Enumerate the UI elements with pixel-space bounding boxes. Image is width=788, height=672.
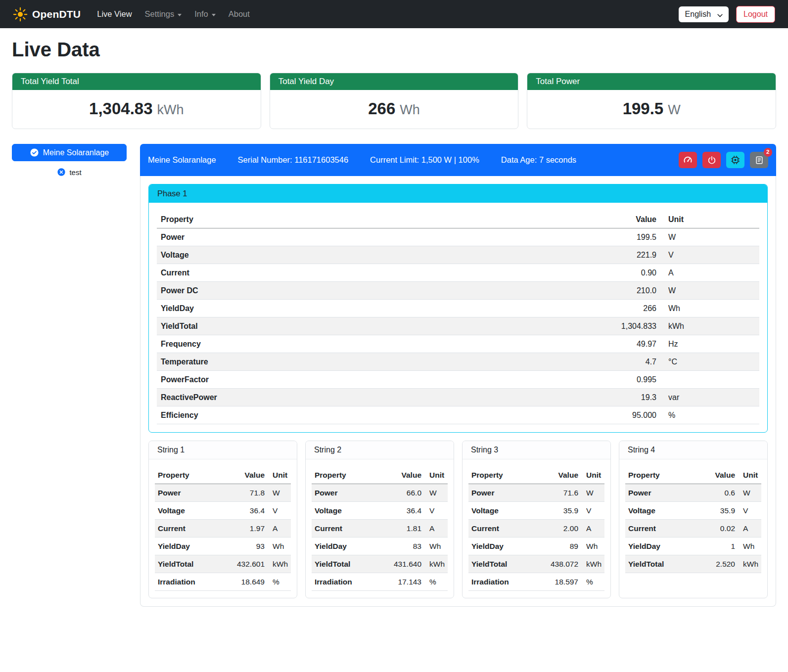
table-row: ReactivePower 19.3 var: [157, 389, 759, 406]
property-unit: kWh: [660, 317, 759, 335]
property-name: Power: [157, 228, 596, 246]
table-row: Power 0.6 W: [625, 484, 761, 502]
property-unit: V: [424, 502, 448, 520]
property-value: 1.97: [232, 520, 268, 538]
property-name: Voltage: [155, 502, 232, 520]
device-info-button[interactable]: [726, 152, 744, 168]
property-unit: W: [738, 484, 761, 502]
property-unit: [660, 371, 759, 389]
inverter-serial: Serial Number: 116171603546: [238, 155, 349, 165]
language-select[interactable]: English: [679, 6, 729, 22]
logout-button[interactable]: Logout: [736, 6, 775, 23]
check-circle-icon: [30, 148, 39, 157]
table-row: Current 0.90 A: [157, 264, 759, 282]
app-logo[interactable]: OpenDTU: [13, 7, 81, 22]
sidebar-item-label: Meine Solaranlage: [43, 148, 109, 157]
table-row: YieldTotal 438.072 kWh: [468, 555, 604, 573]
sidebar-item-meine-solaranlage[interactable]: Meine Solaranlage: [12, 144, 127, 161]
total-power-card: Total Power 199.5 W: [527, 73, 776, 129]
string-title: String 3: [463, 441, 610, 459]
sidebar-item-test[interactable]: test: [12, 168, 127, 177]
limit-settings-button[interactable]: [679, 152, 697, 168]
sidebar-item-label: test: [69, 168, 81, 177]
property-unit: W: [660, 282, 759, 300]
header-value: Value: [546, 466, 581, 484]
property-value: 83: [389, 538, 424, 555]
event-log-button[interactable]: 2: [750, 152, 768, 168]
phase-card: Phase 1 Property Value Unit: [148, 184, 768, 433]
inverter-data-age: Data Age: 7 seconds: [501, 155, 576, 165]
table-row: YieldDay 83 Wh: [312, 538, 448, 555]
property-name: PowerFactor: [157, 371, 596, 389]
journal-icon: [755, 156, 764, 165]
property-unit: kWh: [738, 555, 761, 573]
property-name: Current: [155, 520, 232, 538]
property-value: 0.90: [596, 264, 660, 282]
nav-live-view[interactable]: Live View: [91, 5, 138, 23]
property-unit: Wh: [268, 538, 291, 555]
property-name: Irradiation: [312, 573, 389, 591]
property-value: 93: [232, 538, 268, 555]
nav-about[interactable]: About: [222, 5, 256, 23]
property-name: YieldDay: [625, 538, 702, 555]
property-value: 49.97: [596, 335, 660, 353]
card-body: 1,304.83 kWh: [12, 90, 261, 129]
property-value: 71.8: [232, 484, 268, 502]
property-value: 2.00: [546, 520, 581, 538]
nav-info[interactable]: Info: [188, 5, 222, 23]
inverter-name: Meine Solaranlage: [148, 155, 216, 165]
property-name: YieldDay: [468, 538, 546, 555]
property-value: 199.5: [596, 228, 660, 246]
string-3-card: String 3 Property Value Unit: [462, 441, 611, 598]
property-value: 35.9: [546, 502, 581, 520]
property-name: ReactivePower: [157, 389, 596, 406]
table-row: Power 71.6 W: [468, 484, 604, 502]
table-row: Frequency 49.97 Hz: [157, 335, 759, 353]
property-name: Efficiency: [157, 406, 596, 424]
property-unit: °C: [660, 353, 759, 371]
property-unit: A: [738, 520, 761, 538]
property-value: 438.072: [546, 555, 581, 573]
table-row: YieldTotal 431.640 kWh: [312, 555, 448, 573]
property-value: 89: [546, 538, 581, 555]
property-unit: %: [581, 573, 604, 591]
inverter-limit: Current Limit: 1,500 W | 100%: [370, 155, 479, 165]
property-unit: %: [660, 406, 759, 424]
property-name: Irradiation: [468, 573, 546, 591]
property-name: Current: [312, 520, 389, 538]
inverter-panel: Meine Solaranlage Serial Number: 1161716…: [140, 144, 776, 607]
string-title: String 4: [619, 441, 767, 459]
inverter-sidebar: Meine Solaranlage test: [12, 144, 127, 177]
x-circle-icon: [57, 168, 66, 177]
property-name: Voltage: [625, 502, 702, 520]
header-value: Value: [596, 211, 660, 228]
table-row: Power DC 210.0 W: [157, 282, 759, 300]
property-unit: Wh: [660, 300, 759, 317]
property-unit: W: [268, 484, 291, 502]
table-row: Voltage 35.9 V: [468, 502, 604, 520]
nav-settings[interactable]: Settings: [139, 5, 188, 23]
property-name: YieldTotal: [468, 555, 546, 573]
phase-title: Phase 1: [149, 184, 767, 203]
property-unit: kWh: [424, 555, 448, 573]
phase-table: Property Value Unit Power: [157, 211, 759, 424]
property-unit: A: [581, 520, 604, 538]
string-1-card: String 1 Property Value Unit: [148, 441, 297, 598]
power-button[interactable]: [702, 152, 721, 168]
header-unit: Unit: [268, 466, 291, 484]
property-name: Power: [155, 484, 232, 502]
string-title: String 1: [149, 441, 297, 459]
table-row: Irradiation 17.143 %: [312, 573, 448, 591]
property-value: 95.000: [596, 406, 660, 424]
inverter-panel-body: Phase 1 Property Value Unit: [140, 176, 776, 607]
property-value: 266: [596, 300, 660, 317]
property-unit: kWh: [581, 555, 604, 573]
property-unit: A: [424, 520, 448, 538]
event-count-badge: 2: [764, 148, 772, 157]
property-name: YieldDay: [312, 538, 389, 555]
table-row: Power 199.5 W: [157, 228, 759, 246]
property-unit: A: [660, 264, 759, 282]
header-value: Value: [702, 466, 738, 484]
string-body: Property Value Unit Power: [619, 459, 767, 580]
table-row: Current 2.00 A: [468, 520, 604, 538]
